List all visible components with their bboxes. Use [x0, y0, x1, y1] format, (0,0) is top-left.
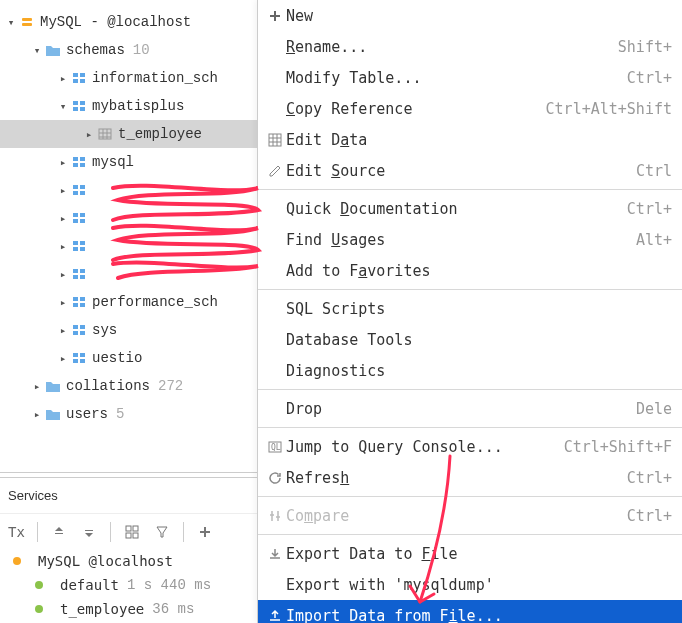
menu-item-label: Quick Documentation: [286, 200, 607, 218]
menu-item-label: SQL Scripts: [286, 300, 672, 318]
menu-item-label: Compare: [286, 507, 607, 525]
services-entry-meta: 1 s 440 ms: [127, 577, 211, 593]
services-entry[interactable]: MySQL @localhost: [0, 549, 260, 573]
menu-item-shortcut: Ctrl: [616, 162, 672, 180]
expand-all-icon[interactable]: [50, 523, 68, 541]
menu-item-label: Refresh: [286, 469, 607, 487]
svg-rect-13: [80, 157, 85, 161]
menu-item[interactable]: RefreshCtrl+: [258, 462, 682, 493]
menu-item-label: Drop: [286, 400, 616, 418]
menu-item-label: Diagnostics: [286, 362, 672, 380]
tree-schema-item[interactable]: ▸performance_sch: [0, 288, 260, 316]
svg-rect-29: [80, 269, 85, 273]
services-toolwindow-header[interactable]: Services: [0, 477, 260, 513]
tree-schema-item[interactable]: ▾mybatisplus: [0, 92, 260, 120]
menu-item-label: Export with 'mysqldump': [286, 576, 672, 594]
table-icon: [96, 128, 114, 140]
tree-item-count: 272: [158, 378, 183, 394]
menu-item-shortcut: Ctrl+Alt+Shift: [526, 100, 672, 118]
svg-rect-0: [22, 18, 32, 21]
tree-schema-item[interactable]: ▸: [0, 176, 260, 204]
tree-folder-schemas[interactable]: ▾ schemas 10: [0, 36, 260, 64]
tree-schema-item[interactable]: ▸uestio: [0, 344, 260, 372]
menu-separator: [258, 496, 682, 497]
tree-item-label: users: [66, 406, 108, 422]
menu-item[interactable]: DropDele: [258, 393, 682, 424]
menu-item[interactable]: SQL Scripts: [258, 293, 682, 324]
chevron-down-icon: ▾: [4, 16, 18, 29]
svg-rect-22: [80, 219, 85, 223]
services-entry[interactable]: t_employee36 ms: [0, 597, 260, 621]
menu-item-shortcut: Dele: [616, 400, 672, 418]
menu-item[interactable]: Diagnostics: [258, 355, 682, 386]
services-entry-name: default: [60, 577, 119, 593]
menu-item[interactable]: Database Tools: [258, 324, 682, 355]
plus-icon[interactable]: [196, 523, 214, 541]
tree-folder-users[interactable]: ▸ users 5: [0, 400, 260, 428]
schema-icon: [70, 72, 88, 84]
chevron-down-icon: ▾: [56, 100, 70, 113]
schema-icon: [70, 352, 88, 364]
services-title: Services: [8, 488, 58, 503]
collapse-all-icon[interactable]: [80, 523, 98, 541]
tree-item-label: information_sch: [92, 70, 218, 86]
tree-table-item[interactable]: ▸t_employee: [0, 120, 260, 148]
menu-item[interactable]: QLJump to Query Console...Ctrl+Shift+F: [258, 431, 682, 462]
menu-item[interactable]: Edit Data: [258, 124, 682, 155]
chevron-right-icon: ▸: [30, 408, 44, 421]
chevron-right-icon: ▸: [56, 240, 70, 253]
menu-item[interactable]: Find UsagesAlt+: [258, 224, 682, 255]
grid-icon[interactable]: [123, 523, 141, 541]
tree-item-label: mybatisplus: [92, 98, 184, 114]
menu-item-label: Edit Data: [286, 131, 672, 149]
svg-point-47: [13, 557, 21, 565]
tree-schema-item[interactable]: ▸mysql: [0, 148, 260, 176]
menu-item[interactable]: Import Data from File...: [258, 600, 682, 623]
svg-rect-40: [73, 359, 78, 363]
menu-item-label: Jump to Query Console...: [286, 438, 544, 456]
chevron-down-icon: ▾: [30, 44, 44, 57]
svg-rect-14: [80, 163, 85, 167]
menu-separator: [258, 534, 682, 535]
database-tree-panel: ▾ MySQL - @localhost ▾ schemas 10 ▸infor…: [0, 0, 260, 621]
services-entry-name: MySQL @localhost: [38, 553, 173, 569]
menu-item-shortcut: Ctrl+: [607, 200, 672, 218]
svg-rect-42: [80, 359, 85, 363]
tree-folder-collations[interactable]: ▸ collations 272: [0, 372, 260, 400]
tree-schema-item[interactable]: ▸information_sch: [0, 64, 260, 92]
menu-item-shortcut: Ctrl+: [607, 507, 672, 525]
grid-icon: [264, 133, 286, 147]
menu-item[interactable]: Export Data to File: [258, 538, 682, 569]
menu-item[interactable]: Quick DocumentationCtrl+: [258, 193, 682, 224]
menu-item[interactable]: Modify Table...Ctrl+: [258, 62, 682, 93]
menu-separator: [258, 189, 682, 190]
svg-rect-25: [80, 241, 85, 245]
pencil-icon: [264, 164, 286, 178]
tree-schema-item[interactable]: ▸: [0, 204, 260, 232]
schema-icon: [70, 268, 88, 280]
menu-item[interactable]: Export with 'mysqldump': [258, 569, 682, 600]
menu-item-shortcut: Ctrl+Shift+F: [544, 438, 672, 456]
tree-schema-item[interactable]: ▸sys: [0, 316, 260, 344]
chevron-right-icon: ▸: [82, 128, 96, 141]
svg-rect-19: [73, 213, 78, 217]
svg-point-48: [35, 581, 43, 589]
menu-item[interactable]: New: [258, 0, 682, 31]
refresh-icon: [264, 471, 286, 485]
menu-item-label: New: [286, 7, 672, 25]
tree-schema-item[interactable]: ▸: [0, 260, 260, 288]
tx-label[interactable]: Tx: [8, 523, 25, 541]
plus-icon: [264, 9, 286, 23]
datasource-mysql-localhost[interactable]: ▾ MySQL - @localhost: [0, 8, 260, 36]
svg-rect-1: [22, 23, 32, 26]
menu-item[interactable]: Rename...Shift+: [258, 31, 682, 62]
filter-icon[interactable]: [153, 523, 171, 541]
chevron-right-icon: ▸: [56, 72, 70, 85]
menu-item-shortcut: Alt+: [616, 231, 672, 249]
menu-item[interactable]: Edit SourceCtrl: [258, 155, 682, 186]
menu-item[interactable]: Add to Favorites: [258, 255, 682, 286]
menu-item[interactable]: Copy ReferenceCtrl+Alt+Shift: [258, 93, 682, 124]
services-entry[interactable]: default1 s 440 ms: [0, 573, 260, 597]
tree-item-label: schemas: [66, 42, 125, 58]
tree-schema-item[interactable]: ▸: [0, 232, 260, 260]
